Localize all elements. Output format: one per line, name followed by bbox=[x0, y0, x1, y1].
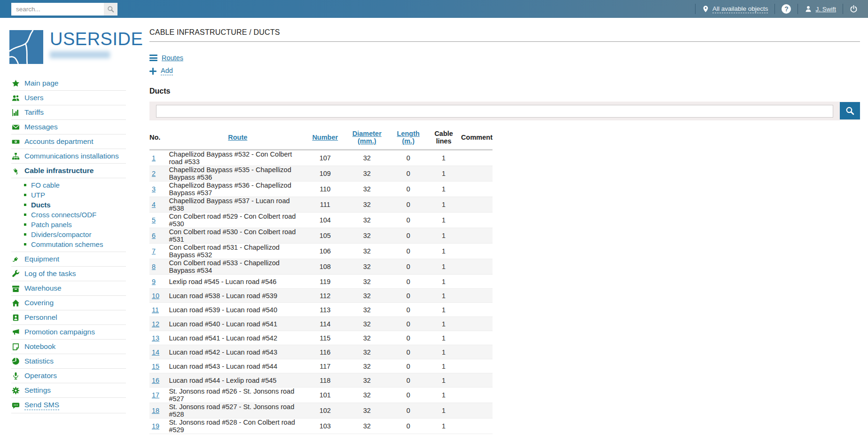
number-cell: 105 bbox=[306, 228, 344, 244]
number-cell: 106 bbox=[306, 244, 344, 259]
sort-length-link[interactable]: Length (m.) bbox=[397, 130, 420, 145]
sidebar-item-communications-installations[interactable]: Communications installations bbox=[11, 149, 126, 164]
route-cell: Lexlip road #545 - Lucan road #546 bbox=[169, 275, 306, 289]
duct-number-link[interactable]: 19 bbox=[152, 422, 159, 430]
header-comment: Comment bbox=[461, 127, 493, 150]
sidebar-item-main-page[interactable]: Main page bbox=[11, 76, 126, 91]
length-cell: 0 bbox=[390, 244, 426, 259]
logout-button[interactable] bbox=[850, 5, 858, 13]
pie-chart-icon bbox=[12, 357, 20, 365]
search-icon bbox=[845, 106, 854, 115]
number-cell: 115 bbox=[306, 331, 344, 345]
cable-infrastructure-submenu: FO cable UTP Ducts Cross connects/ODF Pa… bbox=[11, 178, 126, 252]
routes-link[interactable]: Routes bbox=[149, 54, 860, 62]
help-button[interactable]: ? bbox=[782, 4, 791, 14]
duct-number-link[interactable]: 18 bbox=[152, 407, 159, 414]
add-link[interactable]: Add bbox=[149, 67, 860, 75]
cable-lines-cell: 1 bbox=[426, 213, 461, 228]
sidebar-item-operators[interactable]: Operators bbox=[11, 369, 126, 383]
sidebar-subitem-ducts[interactable]: Ducts bbox=[11, 200, 126, 210]
sidebar-subitem-patch-panels[interactable]: Patch panels bbox=[11, 220, 126, 229]
duct-number-link[interactable]: 9 bbox=[152, 278, 156, 285]
duct-number-link[interactable]: 11 bbox=[152, 306, 159, 314]
sidebar-item-promotion-campaigns[interactable]: Promotion campaigns bbox=[11, 325, 126, 340]
route-cell: St. Jonsons road #528 - Con Colbert road… bbox=[169, 419, 306, 434]
duct-number-link[interactable]: 7 bbox=[152, 247, 156, 255]
comment-cell bbox=[461, 275, 493, 289]
sidebar-subitem-fo-cable[interactable]: FO cable bbox=[11, 180, 126, 190]
duct-number-link[interactable]: 4 bbox=[152, 201, 156, 208]
duct-number-link[interactable]: 2 bbox=[152, 170, 156, 177]
duct-number-link[interactable]: 12 bbox=[152, 320, 159, 328]
duct-number-link[interactable]: 1 bbox=[152, 154, 156, 162]
length-cell: 0 bbox=[390, 166, 426, 182]
star-icon bbox=[12, 79, 20, 87]
gear-icon bbox=[12, 387, 20, 395]
user-menu[interactable]: J. Swift bbox=[805, 5, 836, 13]
duct-number-link[interactable]: 8 bbox=[152, 263, 156, 270]
duct-number-link[interactable]: 16 bbox=[152, 377, 159, 384]
route-cell: Lucan road #541 - Lucan road #542 bbox=[169, 331, 306, 345]
sidebar-item-send-sms[interactable]: Send SMS bbox=[11, 398, 126, 413]
duct-number-link[interactable]: 15 bbox=[152, 363, 159, 370]
diameter-cell: 32 bbox=[344, 373, 390, 388]
sidebar-item-settings[interactable]: Settings bbox=[11, 383, 126, 398]
cable-lines-cell: 1 bbox=[426, 303, 461, 317]
routes-list-icon bbox=[149, 55, 157, 61]
bullet-icon bbox=[24, 204, 26, 206]
duct-number-link[interactable]: 13 bbox=[152, 334, 159, 342]
banknote-icon bbox=[12, 138, 20, 146]
number-cell: 113 bbox=[306, 303, 344, 317]
topbar-divider bbox=[774, 4, 775, 14]
sidebar-item-messages[interactable]: Messages bbox=[11, 120, 126, 134]
duct-number-link[interactable]: 10 bbox=[152, 292, 159, 300]
table-filter-input[interactable] bbox=[156, 105, 833, 118]
sidebar-item-covering[interactable]: Covering bbox=[11, 296, 126, 310]
logo[interactable]: USERSIDE bbox=[9, 30, 149, 64]
sidebar-subitem-cross-connects-odf[interactable]: Cross connects/ODF bbox=[11, 210, 126, 220]
diameter-cell: 32 bbox=[344, 359, 390, 373]
number-cell: 107 bbox=[306, 150, 344, 166]
sidebar-item-accounts-department[interactable]: Accounts department bbox=[11, 134, 126, 149]
bullet-icon bbox=[24, 243, 26, 245]
comment-cell bbox=[461, 289, 493, 303]
table-search-button[interactable] bbox=[840, 102, 860, 119]
sidebar-item-personnel[interactable]: Personnel bbox=[11, 310, 126, 325]
duct-number-link[interactable]: 6 bbox=[152, 232, 156, 239]
sidebar-subitem-commutation-schemes[interactable]: Commutation schemes bbox=[11, 239, 126, 249]
duct-number-link[interactable]: 5 bbox=[152, 216, 156, 224]
sidebar-item-equipment[interactable]: Equipment bbox=[11, 252, 126, 267]
microphone-icon bbox=[12, 372, 20, 380]
sort-diameter-link[interactable]: Diameter (mm.) bbox=[352, 130, 382, 145]
sidebar-subitem-utp[interactable]: UTP bbox=[11, 190, 126, 200]
plus-icon bbox=[149, 68, 156, 75]
sidebar-item-users[interactable]: Users bbox=[11, 91, 126, 105]
diameter-cell: 32 bbox=[344, 244, 390, 259]
sort-route-link[interactable]: Route bbox=[228, 134, 247, 141]
cable-lines-cell: 1 bbox=[426, 373, 461, 388]
sidebar-item-notebook[interactable]: Notebook bbox=[11, 340, 126, 354]
length-cell: 0 bbox=[390, 182, 426, 197]
global-search-input[interactable] bbox=[11, 3, 104, 16]
all-objects-filter[interactable]: All available objects bbox=[702, 5, 768, 13]
sidebar-item-tariffs[interactable]: Tariffs bbox=[11, 105, 126, 120]
duct-number-link[interactable]: 3 bbox=[152, 185, 156, 193]
sort-number-link[interactable]: Number bbox=[312, 134, 338, 141]
duct-number-link[interactable]: 14 bbox=[152, 348, 159, 356]
sidebar-item-warehouse[interactable]: Warehouse bbox=[11, 281, 126, 296]
diameter-cell: 32 bbox=[344, 403, 390, 419]
duct-number-link[interactable]: 17 bbox=[152, 391, 159, 399]
diameter-cell: 32 bbox=[344, 419, 390, 434]
sidebar-item-cable-infrastructure[interactable]: Cable infrastructure bbox=[11, 164, 126, 178]
topbar-right: All available objects ? J. Swift bbox=[688, 4, 858, 14]
archive-box-icon bbox=[12, 285, 20, 293]
route-cell: Lucan road #540 - Lucan road #541 bbox=[169, 317, 306, 331]
cable-lines-cell: 1 bbox=[426, 275, 461, 289]
table-filter-bar bbox=[149, 102, 860, 120]
sidebar-item-statistics[interactable]: Statistics bbox=[11, 354, 126, 369]
global-search-button[interactable] bbox=[104, 3, 117, 16]
sidebar-subitem-dividers-compactor[interactable]: Dividers/compactor bbox=[11, 229, 126, 239]
user-name: J. Swift bbox=[815, 6, 836, 13]
route-cell: Lucan road #538 - Lucan road #539 bbox=[169, 289, 306, 303]
sidebar-item-log-of-the-tasks[interactable]: Log of the tasks bbox=[11, 267, 126, 281]
